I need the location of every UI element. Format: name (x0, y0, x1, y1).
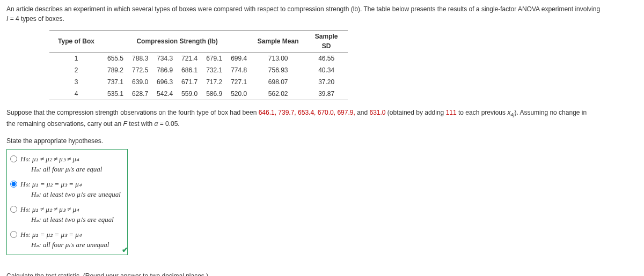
table-row: 2 789.2 772.5 786.9 686.1 732.1 774.8 75… (49, 64, 348, 76)
th-strength: Compression Strength (lb) (103, 31, 251, 53)
sup-p3: (obtained by adding (386, 109, 446, 116)
cell-val: 655.5 (103, 53, 128, 65)
cell-val: 734.3 (152, 53, 177, 65)
suppose-text: Suppose that the compression strength ob… (6, 108, 638, 129)
opt2-h0: H₀: μ₁ = μ₂ = μ₃ = μ₄ (20, 179, 121, 190)
cell-val: 727.1 (226, 76, 251, 88)
cell-type: 3 (49, 76, 103, 88)
table-row: 1 655.5 788.3 734.3 721.4 679.1 699.4 71… (49, 53, 348, 65)
cell-mean: 698.07 (251, 76, 305, 88)
cell-val: 721.4 (177, 53, 202, 65)
cell-val: 788.3 (128, 53, 152, 65)
hypothesis-options: H₀: μ₁ ≠ μ₂ ≠ μ₃ ≠ μ₄ Hₐ: all four μᵢ's … (6, 149, 128, 255)
calc-prompt: Calculate the test statistic. (Round you… (6, 271, 638, 276)
cell-val: 628.7 (128, 88, 152, 100)
cell-val: 520.0 (226, 88, 251, 100)
cell-val: 559.0 (177, 88, 202, 100)
sup-p2: and (355, 109, 370, 116)
opt1-h0: H₀: μ₁ ≠ μ₂ ≠ μ₃ ≠ μ₄ (20, 154, 102, 165)
sup-l2: the remaining observations, carry out an (6, 120, 123, 128)
sup-p4: to each previous (457, 109, 508, 116)
data-table: Type of Box Compression Strength (lb) Sa… (49, 30, 348, 100)
th-sd: Sample SD (305, 31, 348, 53)
table-row: 3 737.1 639.0 696.3 671.7 717.2 727.1 69… (49, 76, 348, 88)
opt3-ha: Hₐ: at least two μᵢ's are equal (31, 214, 114, 225)
sup-redadd: 111 (446, 109, 457, 116)
sup-redlast: 631.0 (370, 109, 386, 116)
cell-val: 686.1 (177, 64, 202, 76)
opt4-ha: Hₐ: all four μᵢ's are unequal (31, 240, 109, 250)
cell-sd: 46.55 (305, 53, 348, 65)
calc-section: Calculate the test statistic. (Round you… (6, 271, 638, 276)
check-icon: ✔ (122, 244, 128, 256)
cell-sd: 37.20 (305, 76, 348, 88)
th-mean: Sample Mean (251, 31, 305, 53)
cell-val: 699.4 (226, 53, 251, 65)
option-1[interactable]: H₀: μ₁ ≠ μ₂ ≠ μ₃ ≠ μ₄ Hₐ: all four μᵢ's … (9, 152, 122, 177)
option-2[interactable]: H₀: μ₁ = μ₂ = μ₃ = μ₄ Hₐ: at least two μ… (9, 177, 122, 202)
cell-val: 586.9 (202, 88, 226, 100)
radio-opt3[interactable] (10, 206, 17, 213)
opt2-ha: Hₐ: at least two μᵢ's are unequal (31, 189, 121, 200)
radio-opt1[interactable] (10, 155, 17, 162)
sup-l2b: test with (127, 120, 155, 128)
cell-sd: 40.34 (305, 64, 348, 76)
intro-line1: An article describes an experiment in wh… (6, 5, 600, 13)
option-4[interactable]: H₀: μ₁ = μ₂ = μ₃ = μ₄ Hₐ: all four μᵢ's … (9, 227, 122, 252)
cell-val: 732.1 (202, 64, 226, 76)
cell-mean: 562.02 (251, 88, 305, 100)
sup-p1: Suppose that the compression strength ob… (6, 109, 259, 116)
sup-redvals: 646.1, 739.7, 653.4, 670.0, 697.9, (259, 109, 355, 116)
cell-type: 4 (49, 88, 103, 100)
option-3[interactable]: H₀: μ₁ ≠ μ₂ ≠ μ₃ ≠ μ₄ Hₐ: at least two μ… (9, 202, 122, 227)
cell-val: 789.2 (103, 64, 128, 76)
table-row: 4 535.1 628.7 542.4 559.0 586.9 520.0 56… (49, 88, 348, 100)
cell-val: 535.1 (103, 88, 128, 100)
cell-sd: 39.87 (305, 88, 348, 100)
cell-val: 772.5 (128, 64, 152, 76)
cell-type: 2 (49, 64, 103, 76)
sup-Fvar: F (123, 120, 127, 128)
sup-p5: ). Assuming no change in (514, 109, 587, 116)
th-type: Type of Box (49, 31, 103, 53)
state-hypotheses-label: State the appropriate hypotheses. (6, 136, 638, 146)
cell-val: 542.4 (152, 88, 177, 100)
cell-val: 774.8 (226, 64, 251, 76)
cell-val: 786.9 (152, 64, 177, 76)
intro-text: An article describes an experiment in wh… (6, 4, 638, 24)
opt4-h0: H₀: μ₁ = μ₂ = μ₃ = μ₄ (20, 229, 109, 240)
cell-val: 717.2 (202, 76, 226, 88)
opt3-h0: H₀: μ₁ ≠ μ₂ ≠ μ₃ ≠ μ₄ (20, 204, 114, 215)
cell-mean: 756.93 (251, 64, 305, 76)
cell-val: 639.0 (128, 76, 152, 88)
cell-val: 737.1 (103, 76, 128, 88)
radio-opt4[interactable] (10, 231, 17, 238)
cell-val: 696.3 (152, 76, 177, 88)
cell-val: 671.7 (177, 76, 202, 88)
sup-l2c: = 0.05. (158, 120, 179, 128)
radio-opt2[interactable] (10, 181, 17, 188)
cell-val: 679.1 (202, 53, 226, 65)
intro-line2-rest: = 4 types of boxes. (8, 15, 64, 23)
cell-mean: 713.00 (251, 53, 305, 65)
cell-type: 1 (49, 53, 103, 65)
opt1-ha: Hₐ: all four μᵢ's are equal (31, 164, 102, 175)
